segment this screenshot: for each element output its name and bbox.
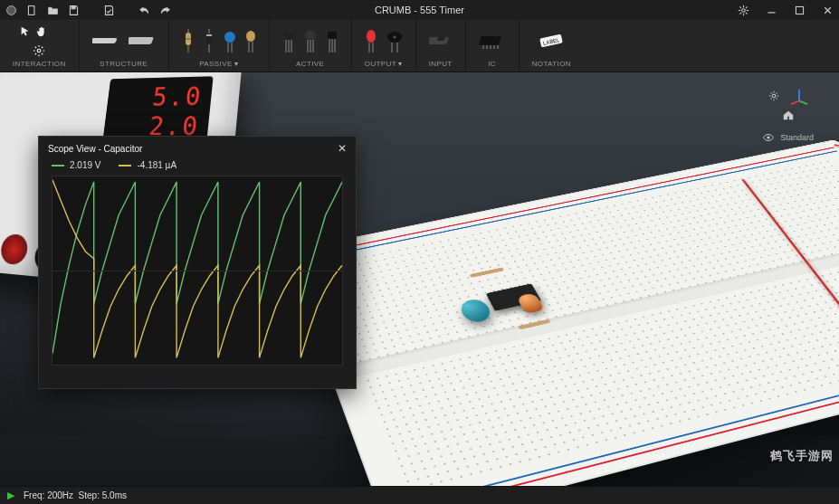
viewport-3d[interactable]: Standard 5.0 2.0 + − − + ABCDEFGHIJ — [0, 72, 839, 486]
transistor-pnp-icon[interactable] — [304, 29, 317, 52]
svg-point-56 — [767, 136, 770, 138]
scope-panel[interactable]: Scope View - Capacitor ✕ 2.019 V -4.181 … — [38, 136, 357, 389]
tool-group-label: NOTATION — [532, 60, 571, 68]
svg-line-54 — [799, 101, 807, 105]
save-alt-icon[interactable] — [103, 5, 115, 16]
scope-grid-midline — [52, 271, 342, 271]
tool-group-label: PASSIVE▾ — [199, 60, 238, 68]
mosfet-icon[interactable] — [326, 29, 338, 52]
svg-point-0 — [7, 5, 16, 14]
open-folder-icon[interactable] — [47, 5, 59, 16]
tool-group-label: OUTPUT▾ — [365, 60, 403, 68]
label-sticker-icon[interactable]: LABEL — [538, 33, 565, 48]
tool-group-label: STRUCTURE — [100, 60, 148, 68]
tool-group-passive: PASSIVE▾ — [169, 20, 270, 71]
settings-gear-icon[interactable] — [738, 5, 749, 16]
swatch-yellow-icon — [119, 165, 131, 166]
psu-voltage-readout: 5.0 — [115, 81, 205, 111]
tool-group-input: INPUT — [416, 20, 466, 71]
watermark-text: 鹤飞手游网 — [770, 448, 834, 464]
dropdown-caret-icon[interactable]: ▾ — [234, 60, 238, 68]
breadboard[interactable]: + − − + ABCDEFGHIJ — [285, 139, 839, 486]
redo-icon[interactable] — [159, 5, 171, 16]
window-title: CRUMB - 555 Timer — [375, 5, 464, 15]
dropdown-caret-icon[interactable]: ▾ — [398, 60, 402, 68]
view-mode-label[interactable]: Standard — [780, 133, 814, 142]
maximize-button[interactable] — [794, 5, 806, 16]
axis-gizmo-icon[interactable] — [789, 86, 809, 106]
title-bar: CRUMB - 555 Timer — [0, 0, 839, 20]
capacitor-electrolytic-icon[interactable] — [224, 29, 236, 52]
svg-rect-8 — [129, 37, 154, 44]
tool-group-label: INTERACTION — [13, 60, 66, 68]
svg-point-18 — [224, 32, 235, 43]
scope-channel-current: -4.181 µA — [119, 160, 176, 170]
breadboard-small-icon[interactable] — [92, 34, 119, 47]
psu-display: 5.0 2.0 — [102, 76, 213, 141]
gear-icon[interactable] — [19, 44, 59, 57]
capacitor-ceramic-icon[interactable] — [245, 29, 256, 52]
tool-group-active: ACTIVE — [270, 20, 352, 71]
tool-group-label: IC — [488, 60, 496, 68]
svg-point-21 — [246, 31, 255, 42]
tool-group-notation: LABEL NOTATION — [520, 20, 584, 71]
breadboard-large-icon[interactable] — [129, 34, 156, 47]
close-button[interactable] — [822, 5, 834, 16]
svg-rect-2 — [72, 6, 75, 8]
new-file-icon[interactable] — [26, 5, 38, 16]
toolbar: INTERACTION STRUCTURE PASSIVE▾ ACTIVE — [0, 20, 839, 72]
svg-point-52 — [772, 94, 776, 98]
cursor-icon[interactable] — [19, 25, 32, 38]
svg-point-6 — [38, 49, 42, 52]
tool-group-label: ACTIVE — [296, 60, 324, 68]
scope-channel-voltage: 2.019 V — [52, 160, 100, 170]
home-view-icon[interactable] — [782, 109, 795, 121]
scope-close-icon[interactable]: ✕ — [338, 142, 347, 155]
view-settings-gear-icon[interactable] — [767, 90, 780, 102]
scope-plot[interactable] — [52, 176, 343, 366]
dip-chip-icon[interactable] — [479, 32, 506, 50]
save-icon[interactable] — [68, 5, 80, 16]
transistor-npn-icon[interactable] — [282, 29, 295, 52]
svg-rect-1 — [28, 5, 34, 14]
svg-rect-5 — [796, 6, 803, 14]
switch-icon[interactable] — [429, 32, 453, 50]
svg-point-39 — [393, 36, 396, 39]
svg-point-35 — [367, 30, 376, 43]
status-bar: ▶ Freq: 200Hz Step: 5.0ms — [0, 486, 839, 504]
undo-icon[interactable] — [138, 5, 150, 16]
play-button-icon[interactable]: ▶ — [7, 490, 14, 501]
eye-icon[interactable] — [762, 131, 775, 144]
tool-group-label: INPUT — [429, 60, 453, 68]
led-icon[interactable] — [365, 29, 377, 52]
buzzer-icon[interactable] — [386, 29, 403, 52]
tool-group-output: OUTPUT▾ — [352, 20, 416, 71]
view-gizmo-panel: Standard — [762, 86, 814, 144]
resistor-icon[interactable] — [182, 29, 195, 52]
diode-icon[interactable] — [204, 29, 215, 52]
minimize-button[interactable] — [766, 5, 777, 16]
hand-icon[interactable] — [35, 25, 48, 38]
tool-group-interaction: INTERACTION — [0, 20, 80, 71]
scope-legend: 2.019 V -4.181 µA — [39, 160, 356, 176]
tool-group-structure: STRUCTURE — [80, 20, 169, 71]
svg-line-55 — [791, 101, 799, 105]
svg-rect-44 — [479, 36, 501, 45]
status-text: Freq: 200Hz Step: 5.0ms — [24, 490, 127, 500]
svg-point-3 — [742, 8, 746, 12]
swatch-green-icon — [52, 165, 64, 166]
svg-rect-7 — [92, 38, 118, 43]
svg-point-27 — [305, 31, 316, 40]
tool-group-ic: IC — [466, 20, 520, 71]
svg-rect-31 — [328, 32, 337, 39]
scope-title: Scope View - Capacitor — [48, 144, 142, 154]
app-logo-icon — [5, 5, 17, 16]
svg-rect-15 — [206, 34, 212, 36]
